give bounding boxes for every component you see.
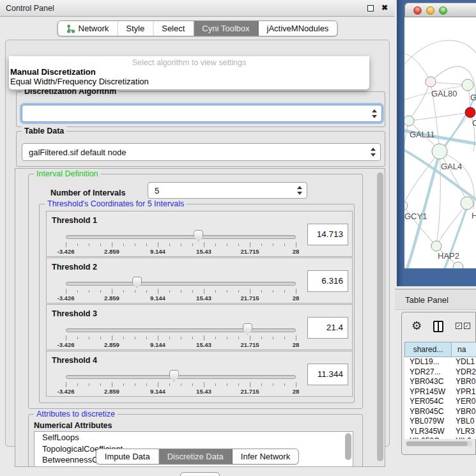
slider-handle[interactable]	[132, 277, 142, 288]
close-window-icon[interactable]	[413, 6, 422, 15]
popup-option-manual-discretization[interactable]: Manual Discretization	[10, 67, 96, 77]
tick-mark	[181, 290, 181, 293]
tick-mark	[77, 290, 78, 293]
tick-mark	[238, 290, 239, 293]
tab-select[interactable]: Select	[153, 21, 194, 36]
tick-label: -3.426	[58, 248, 75, 255]
network-node-green[interactable]	[404, 116, 414, 126]
attributes-list-scrollbar[interactable]	[345, 433, 351, 460]
network-edge[interactable]	[404, 40, 476, 67]
tick-mark	[296, 335, 296, 341]
table-data-value: galFiltered.sif default node	[29, 148, 126, 157]
minimize-window-icon[interactable]	[426, 6, 434, 15]
tick-mark	[227, 383, 227, 386]
tick-mark	[146, 383, 147, 386]
cell-name: YBR0	[456, 377, 475, 387]
tick-label: 2.859	[104, 388, 119, 395]
gear-icon[interactable]: ⚙	[411, 319, 422, 333]
combo-stepper-icon	[296, 186, 302, 195]
tab-infer-network[interactable]: Infer Network	[233, 449, 298, 464]
tab-jactivemnodules[interactable]: jActiveMNodules	[259, 21, 337, 36]
tick-label: 2.859	[104, 295, 119, 302]
tab-style[interactable]: Style	[118, 21, 153, 36]
column-header-name[interactable]: na	[452, 342, 476, 357]
table-row[interactable]: YLR345WYLR3	[404, 427, 476, 437]
algorithm-combobox[interactable]	[22, 105, 382, 122]
vertical-scrollbar[interactable]	[377, 173, 383, 461]
tick-mark	[123, 290, 124, 293]
tab-label: Cyni Toolbox	[202, 24, 249, 33]
tick-mark	[227, 243, 227, 246]
tab-network[interactable]: Network	[58, 21, 118, 36]
network-edge[interactable]	[409, 112, 470, 121]
tick-mark	[158, 335, 158, 341]
threshold-label: Threshold 2	[52, 263, 97, 272]
horizontal-scrollbar[interactable]	[406, 441, 472, 447]
slider-track[interactable]	[66, 282, 296, 286]
tick-mark	[250, 242, 250, 247]
network-node-green[interactable]	[431, 241, 441, 251]
slider-handle[interactable]	[194, 230, 203, 242]
columns-icon[interactable]	[433, 321, 443, 332]
apply-button[interactable]: Apply	[180, 472, 220, 476]
checkbox-icon[interactable]: ✓	[464, 323, 470, 329]
slider-handle[interactable]	[243, 323, 252, 335]
threshold-value-field[interactable]: 6.316	[307, 270, 348, 292]
network-node-green[interactable]	[462, 79, 473, 91]
table-panel: ⚙ ✓ ✓ shared... na YDL19...YDL1YDR27...Y…	[401, 312, 476, 455]
tick-mark	[146, 243, 147, 246]
tick-mark	[66, 382, 66, 387]
threshold-value-field[interactable]: 14.713	[307, 224, 348, 245]
float-panel-icon[interactable]	[367, 5, 374, 12]
table-row[interactable]: YDL19...YDL1	[404, 357, 476, 367]
network-node-green[interactable]	[461, 197, 473, 210]
network-node-pink[interactable]	[426, 77, 436, 87]
network-window-titlebar	[404, 3, 476, 17]
network-edge[interactable]	[409, 82, 431, 121]
tab-cyni-toolbox[interactable]: Cyni Toolbox	[194, 21, 258, 36]
slider-track[interactable]	[66, 328, 296, 332]
network-edge[interactable]	[404, 121, 409, 206]
tick-mark	[123, 337, 124, 339]
threshold-row: Threshold 1-3.4262.8599.14415.4321.71528…	[46, 211, 353, 257]
number-of-intervals-label: Number of Intervals	[50, 188, 125, 197]
table-row[interactable]: YIL052CYIL0	[404, 436, 476, 439]
network-canvas[interactable]: GAL80GCGAL11GAL4GCY1HHAP2	[404, 17, 476, 268]
table-row[interactable]: YDR27...YDR2	[404, 367, 476, 378]
column-header-shared-name[interactable]: shared...	[405, 342, 452, 357]
popup-option-equal-width-frequency[interactable]: Equal Width/Frequency Discretization	[10, 77, 149, 86]
tab-discretize-data[interactable]: Discretize Data	[159, 449, 233, 464]
table-row[interactable]: YBR043CYBR0	[404, 377, 476, 387]
table-row[interactable]: YPR145WYPR1	[404, 387, 476, 397]
table-panel-header: Table Panel	[395, 289, 476, 310]
network-node-red[interactable]	[465, 107, 475, 118]
close-panel-icon[interactable]: ✖	[381, 3, 388, 12]
zoom-window-icon[interactable]	[439, 6, 447, 15]
number-of-intervals-combobox[interactable]: 5	[148, 182, 307, 199]
network-edge[interactable]	[404, 54, 431, 82]
slider-track[interactable]	[66, 375, 296, 379]
slider-track[interactable]	[66, 235, 296, 239]
checkbox-icon[interactable]: ✓	[456, 323, 462, 329]
slider-handle[interactable]	[169, 370, 179, 381]
tab-impute-data[interactable]: Impute Data	[96, 449, 159, 464]
tick-mark	[261, 337, 262, 339]
network-node-green[interactable]	[404, 201, 408, 210]
hscroll-thumb[interactable]	[406, 441, 468, 446]
table-row[interactable]: YBR045CYBR0	[404, 407, 476, 417]
cell-name: YBR0	[456, 407, 475, 417]
tick-label: 28	[293, 341, 300, 348]
table-row[interactable]: YER054CYER0	[404, 397, 476, 407]
tick-mark	[192, 290, 193, 293]
tick-mark	[204, 242, 204, 247]
table-row[interactable]: YBL079WYBL0	[404, 417, 476, 427]
network-icon	[66, 24, 75, 33]
number-of-intervals-value: 5	[155, 186, 159, 196]
network-edge[interactable]	[438, 203, 467, 244]
attribute-list-item[interactable]: SelfLoops	[35, 432, 353, 443]
network-node-green[interactable]	[432, 144, 447, 159]
table-data-combobox[interactable]: galFiltered.sif default node	[22, 143, 381, 161]
tick-mark	[284, 383, 285, 386]
threshold-value-field[interactable]: 21.4	[307, 317, 348, 339]
threshold-value-field[interactable]: 11.344	[307, 364, 348, 385]
